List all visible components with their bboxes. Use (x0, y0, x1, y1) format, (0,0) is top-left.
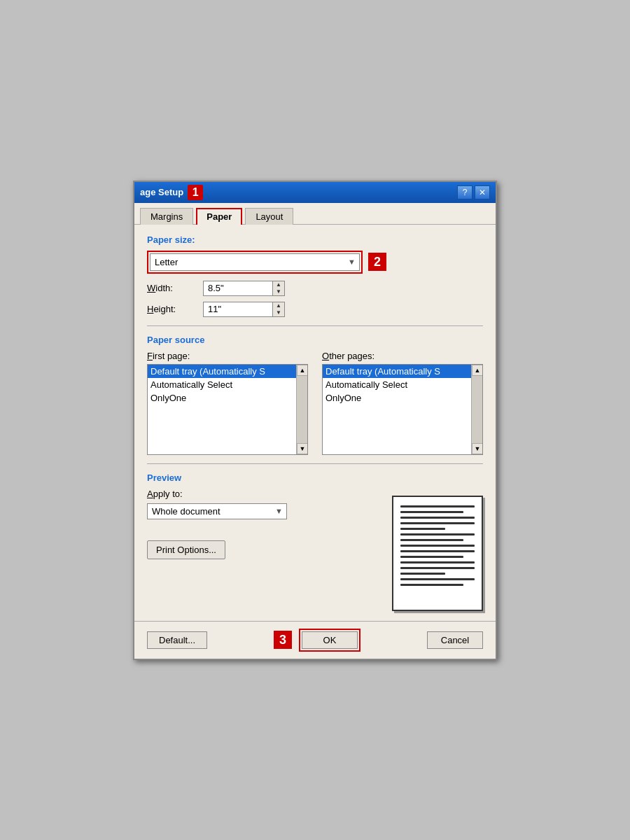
preview-line (400, 505, 475, 507)
height-down-button[interactable]: ▼ (273, 309, 284, 316)
preview-content: Apply to: Whole document This point forw… (147, 489, 483, 611)
width-up-button[interactable]: ▲ (273, 281, 284, 288)
other-pages-listbox: Default tray (Automatically S Automatica… (322, 364, 483, 455)
preview-lines (400, 505, 475, 586)
paper-size-row: Letter A4 Legal Executive ▼ 2 (147, 251, 483, 274)
height-up-button[interactable]: ▲ (273, 302, 284, 309)
title-bar: age Setup 1 ? ✕ (134, 182, 496, 203)
first-page-scrollbar: ▲ ▼ (296, 365, 307, 454)
window-title: age Setup (140, 187, 183, 197)
preview-section: Preview Apply to: Whole document This po… (147, 472, 483, 611)
ok-button-wrapper: OK (299, 629, 360, 652)
preview-line (400, 584, 463, 586)
print-options-button[interactable]: Print Options... (147, 540, 225, 559)
ok-button[interactable]: OK (302, 631, 358, 649)
preview-line (400, 528, 445, 530)
height-input[interactable] (203, 302, 273, 317)
first-page-label: First page: (147, 351, 308, 361)
cancel-button[interactable]: Cancel (427, 631, 483, 649)
tab-layout[interactable]: Layout (245, 208, 293, 225)
height-label: Height: (147, 304, 203, 314)
width-spinner-buttons: ▲ ▼ (273, 281, 285, 296)
list-item[interactable]: Default tray (Automatically S (323, 365, 471, 378)
preview-line (400, 511, 463, 513)
preview-line (400, 556, 463, 558)
scroll-up-arrow[interactable]: ▲ (297, 365, 308, 376)
title-bar-left: age Setup 1 (140, 185, 203, 200)
apply-to-dropdown[interactable]: Whole document This point forward (147, 503, 287, 519)
scroll-up-arrow[interactable]: ▲ (472, 365, 483, 376)
first-page-items: Default tray (Automatically S Automatica… (148, 365, 296, 454)
separator-2 (147, 463, 483, 464)
height-spinner-buttons: ▲ ▼ (273, 302, 285, 317)
footer-center: 3 OK (274, 629, 360, 652)
first-page-column: First page: Default tray (Automatically … (147, 351, 308, 455)
scroll-track[interactable] (297, 376, 307, 443)
preview-line (400, 517, 475, 519)
list-item[interactable]: OnlyOne (148, 391, 296, 405)
step1-badge: 1 (188, 185, 203, 200)
preview-line (400, 561, 475, 564)
paper-size-title: Paper size: (147, 234, 483, 245)
preview-title: Preview (147, 472, 483, 483)
paper-size-dropdown-wrapper: Letter A4 Legal Executive ▼ (150, 253, 360, 271)
list-item[interactable]: Default tray (Automatically S (148, 365, 296, 378)
list-item[interactable]: OnlyOne (323, 391, 471, 405)
scroll-down-arrow[interactable]: ▼ (472, 443, 483, 454)
preview-left: Apply to: Whole document This point forw… (147, 489, 378, 559)
step2-badge: 2 (368, 253, 386, 271)
width-down-button[interactable]: ▼ (273, 288, 284, 295)
other-pages-column: Other pages: Default tray (Automatically… (322, 351, 483, 455)
height-row: Height: ▲ ▼ (147, 302, 483, 317)
paper-size-section: Paper size: Letter A4 Legal Executive ▼ … (147, 234, 483, 317)
tabs-bar: Margins Paper Layout (134, 203, 496, 225)
source-columns: First page: Default tray (Automatically … (147, 351, 483, 455)
list-item[interactable]: Automatically Select (148, 378, 296, 391)
paper-size-select-wrapper: Letter A4 Legal Executive ▼ (147, 251, 363, 274)
preview-line (400, 533, 475, 536)
step3-badge: 3 (274, 631, 292, 649)
help-button[interactable]: ? (457, 186, 472, 200)
list-item[interactable]: Automatically Select (323, 378, 471, 391)
tab-margins[interactable]: Margins (140, 208, 193, 225)
tab-paper[interactable]: Paper (196, 208, 242, 225)
close-button[interactable]: ✕ (475, 186, 490, 200)
preview-line (400, 550, 475, 552)
paper-source-title: Paper source (147, 335, 483, 345)
paper-size-dropdown[interactable]: Letter A4 Legal Executive (150, 253, 360, 271)
height-spinner: ▲ ▼ (203, 302, 285, 317)
apply-to-wrapper: Whole document This point forward ▼ (147, 503, 287, 519)
width-input[interactable] (203, 281, 273, 296)
other-pages-items: Default tray (Automatically S Automatica… (323, 365, 471, 454)
width-spinner: ▲ ▼ (203, 281, 285, 296)
apply-to-label: Apply to: (147, 489, 378, 499)
width-row: Width: ▲ ▼ (147, 281, 483, 296)
first-page-listbox: Default tray (Automatically S Automatica… (147, 364, 308, 455)
preview-line (400, 545, 475, 547)
preview-line (400, 539, 463, 541)
paper-source-section: Paper source First page: Default tray (A… (147, 335, 483, 455)
dialog-footer: Default... 3 OK Cancel (134, 621, 496, 659)
scroll-down-arrow[interactable]: ▼ (297, 443, 308, 454)
page-preview (392, 496, 483, 611)
title-buttons: ? ✕ (457, 186, 490, 200)
page-setup-dialog: age Setup 1 ? ✕ Margins Paper Layout Pap… (133, 181, 497, 660)
other-pages-label: Other pages: (322, 351, 483, 361)
preview-line (400, 573, 445, 575)
preview-line (400, 567, 475, 569)
separator-1 (147, 326, 483, 326)
preview-line (400, 522, 475, 524)
scroll-track[interactable] (472, 376, 482, 443)
dialog-content: Paper size: Letter A4 Legal Executive ▼ … (134, 225, 496, 621)
other-pages-scrollbar: ▲ ▼ (471, 365, 482, 454)
width-label: Width: (147, 283, 203, 293)
preview-line (400, 578, 475, 580)
default-button[interactable]: Default... (147, 631, 207, 649)
